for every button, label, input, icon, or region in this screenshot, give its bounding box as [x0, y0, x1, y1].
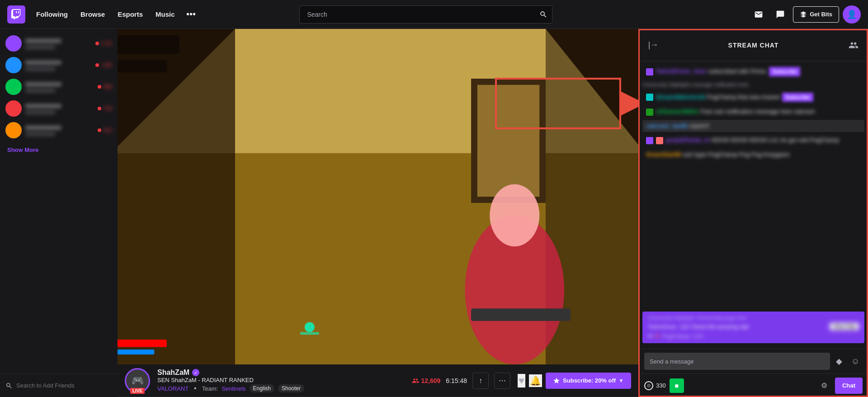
- chat-pinned-reactions-text: ❤ 💜 PogChamp +124: [648, 333, 703, 340]
- sidebar-viewers-0: 2.1K: [95, 40, 112, 47]
- search-friends-icon: [5, 382, 13, 389]
- chat-notification-button[interactable]: [771, 5, 789, 24]
- sidebar-game-0: xxxxxxxxxxx: [25, 44, 92, 50]
- viewers-icon: [412, 377, 419, 384]
- twitch-logo[interactable]: [7, 5, 25, 24]
- chat-sub-button-1[interactable]: Subscribe: [782, 93, 813, 102]
- subscribe-star-icon: [553, 377, 560, 384]
- chat-text-4: KEKW KEKW KEKW LUL he got rekt PogChamp: [711, 137, 839, 143]
- sidebar-info-2: xxxxxxxxxxx xxxxxxxxxxx: [25, 80, 94, 94]
- chat-collapse-button[interactable]: |→: [646, 38, 660, 52]
- sidebar-content: xxxxxxxxxxx xxxxxxxxxxx 2.1K xxxxxxxxxxx…: [0, 29, 118, 373]
- chat-send-button[interactable]: Chat: [835, 378, 863, 394]
- sidebar-info-1: xxxxxxxxxxx xxxxxxxxxxx: [25, 59, 92, 72]
- chat-text-0: subscribed with Prime.: [708, 68, 768, 75]
- search-friends-input[interactable]: [16, 382, 112, 389]
- heart-icon: ♥: [519, 375, 524, 386]
- live-dot-0: [95, 42, 99, 45]
- notification-button[interactable]: 🔔: [529, 374, 542, 387]
- subscribe-button[interactable]: Subscribe: 20% off ▼: [546, 373, 631, 389]
- chat-message-5: GreenStar99 sub hype PogChamp Pog Pog Kr…: [642, 148, 864, 161]
- chat-pinned-message: Community Highlight • Pinned Message her…: [642, 312, 864, 343]
- svg-rect-9: [471, 308, 571, 321]
- show-more-button[interactable]: Show More: [0, 141, 118, 159]
- language-tag[interactable]: English: [250, 384, 274, 392]
- get-bits-button[interactable]: Get Bits: [793, 6, 839, 23]
- chat-header: |→ STREAM CHAT: [639, 29, 868, 61]
- team-name[interactable]: Sentinels: [222, 385, 245, 392]
- mail-icon: [754, 10, 763, 19]
- emoji-button[interactable]: ☺: [848, 354, 863, 369]
- sidebar-item-3[interactable]: xxxxxxxxxxx xxxxxxxxxxx 743: [0, 98, 118, 119]
- sidebar-game-3: xxxxxxxxxxx: [25, 109, 94, 115]
- sidebar-avatar-1: [5, 57, 22, 73]
- chat-input-row: ◆ ☺: [644, 353, 863, 370]
- bits-button[interactable]: ◆: [832, 354, 846, 369]
- nav-music[interactable]: Music: [150, 5, 180, 24]
- sidebar-item-1[interactable]: xxxxxxxxxxx xxxxxxxxxxx 1.8K: [0, 54, 118, 76]
- chat-badge-1: [646, 94, 653, 101]
- sidebar-info-0: xxxxxxxxxxx xxxxxxxxxxx: [25, 37, 92, 50]
- live-dot-3: [98, 107, 101, 110]
- chat-footer: ⊙ 330 ■ ⚙ Chat: [639, 373, 868, 397]
- streamer-avatar: 🎮 LIVE: [125, 368, 150, 393]
- squad-mode-button[interactable]: [846, 38, 861, 52]
- stream-info-bar: 🎮 LIVE ShahZaM ✓ SEN ShahZaM - RADIANT R…: [118, 364, 638, 397]
- prediction-button[interactable]: ■: [670, 378, 684, 393]
- search-friends-bar[interactable]: [0, 373, 118, 397]
- nav-browse[interactable]: Browse: [75, 5, 110, 24]
- svg-rect-17: [118, 60, 167, 72]
- content-area: 🎮 LIVE ShahZaM ✓ SEN ShahZaM - RADIANT R…: [118, 29, 638, 397]
- bell-icon: 🔔: [530, 376, 541, 386]
- search-bar: [299, 5, 552, 24]
- chat-pinned-content: TwitchUser_123 Check this amazing clip! …: [648, 322, 859, 331]
- share-button[interactable]: ↑: [472, 373, 489, 389]
- chat-message-input[interactable]: [644, 353, 830, 370]
- user-avatar[interactable]: 👤: [843, 5, 861, 24]
- favorite-button[interactable]: ♥: [518, 374, 525, 388]
- emoji-icon: ☺: [851, 357, 859, 366]
- video-scene: [118, 29, 638, 364]
- chat-badge-0: [646, 68, 653, 76]
- sidebar-game-4: xxxxxxxxxxx: [25, 131, 94, 137]
- nav-following[interactable]: Following: [31, 5, 73, 24]
- live-dot-4: [98, 128, 101, 132]
- sidebar-item-4[interactable]: xxxxxxxxxxx xxxxxxxxxxx 412: [0, 119, 118, 141]
- sidebar-item-2[interactable]: xxxxxxxxxxx xxxxxxxxxxx 956: [0, 76, 118, 98]
- sidebar: xxxxxxxxxxx xxxxxxxxxxx 2.1K xxxxxxxxxxx…: [0, 29, 118, 397]
- more-options-button[interactable]: ⋯: [494, 373, 510, 389]
- chat-pinned-button[interactable]: View Clip: [830, 323, 859, 330]
- chat-messages: TwitchPrime_User subscribed with Prime. …: [639, 61, 868, 349]
- chat-panel: |→ STREAM CHAT TwitchPrime_User subscrib…: [638, 29, 868, 397]
- separator: •: [194, 384, 197, 392]
- verified-badge: ✓: [192, 369, 199, 376]
- nav-esports[interactable]: Esports: [112, 5, 148, 24]
- mail-button[interactable]: [750, 5, 768, 24]
- game-link[interactable]: VALORANT: [157, 385, 189, 392]
- chat-settings-button[interactable]: ⚙: [817, 378, 831, 393]
- chat-username-5: GreenStar99: [646, 151, 681, 158]
- sidebar-avatar-0: [5, 35, 22, 52]
- video-container[interactable]: [118, 29, 638, 364]
- search-input[interactable]: [299, 5, 552, 24]
- points-count: 330: [656, 382, 666, 389]
- search-submit-button[interactable]: [538, 9, 549, 20]
- sidebar-item-0[interactable]: xxxxxxxxxxx xxxxxxxxxxx 2.1K: [0, 33, 118, 54]
- genre-tag[interactable]: Shooter: [278, 384, 304, 392]
- share-icon: ↑: [479, 377, 482, 385]
- chat-username-1: StreamWatcher42: [656, 94, 705, 100]
- chat-sub-button-0[interactable]: Subscribe: [769, 67, 800, 76]
- get-bits-label: Get Bits: [810, 11, 832, 18]
- svg-rect-11: [118, 350, 154, 354]
- chat-badge-4b: [656, 137, 663, 144]
- nav-more[interactable]: •••: [182, 5, 200, 24]
- chat-message-1: StreamWatcher42 PogChamp that was insane…: [642, 91, 864, 104]
- chat-message-3: valorant_fan99 clutch!!!: [642, 120, 864, 132]
- sidebar-avatar-4: [5, 122, 22, 138]
- chat-pinned-text: Check this amazing clip!: [691, 324, 749, 330]
- chat-pinned-user: TwitchUser_123: [648, 324, 689, 330]
- chat-title: STREAM CHAT: [660, 42, 846, 49]
- twitch-logo-icon: [11, 9, 22, 20]
- viewers-number: 12,609: [421, 377, 440, 384]
- svg-rect-10: [118, 340, 167, 347]
